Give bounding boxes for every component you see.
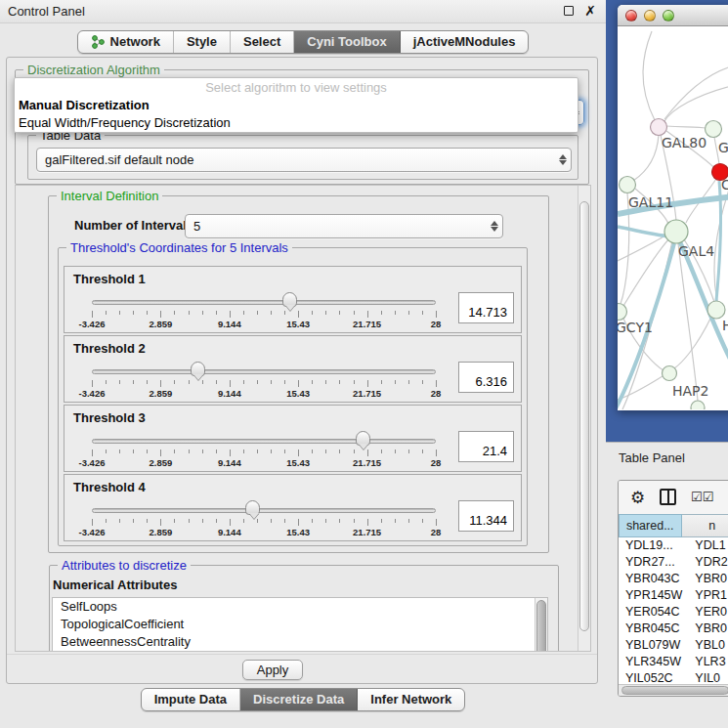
table-cell[interactable]: YDR2: [686, 554, 728, 571]
table-cell[interactable]: YDL19...: [619, 537, 686, 554]
tab-cyni-toolbox[interactable]: Cyni Toolbox: [294, 31, 400, 53]
network-edge[interactable]: [633, 135, 659, 181]
table-cell[interactable]: YDL1: [686, 537, 728, 554]
attributes-list-scrollbar[interactable]: [535, 598, 547, 652]
gear-icon[interactable]: ⚙: [630, 488, 645, 508]
tab-discretize-data[interactable]: Discretize Data: [240, 689, 358, 710]
apply-row: Apply: [7, 654, 597, 685]
scrollbar-thumb[interactable]: [536, 600, 546, 652]
table-cell[interactable]: YBR0: [686, 571, 728, 587]
network-graph[interactable]: GAL80GCGAL11GAL4GCY1HHAP2: [618, 26, 728, 409]
table-row[interactable]: YLR345WYLR3: [619, 654, 728, 670]
network-edge[interactable]: [678, 243, 698, 401]
tab-select[interactable]: Select: [231, 31, 294, 53]
tab-infer-network[interactable]: Infer Network: [358, 689, 464, 710]
threshold-panel: Threshold 4-3.4262.8599.14415.4321.71528: [64, 474, 522, 541]
threshold-slider[interactable]: -3.4262.8599.14415.4321.71528: [92, 433, 436, 470]
network-edge[interactable]: [643, 31, 655, 120]
table-cell[interactable]: YER0: [686, 604, 728, 621]
threshold-slider[interactable]: -3.4262.8599.14415.4321.71528: [92, 364, 436, 401]
network-edge[interactable]: [623, 236, 671, 306]
table-cell[interactable]: YLR345W: [619, 654, 686, 670]
close-traffic-light-icon[interactable]: [625, 10, 637, 21]
scrollbar-thumb[interactable]: [579, 201, 589, 631]
network-node-gal11[interactable]: [620, 177, 636, 193]
network-node-g[interactable]: [706, 121, 722, 138]
threshold-value-field[interactable]: [458, 500, 514, 532]
table-data-combobox[interactable]: galFiltered.sif default node: [36, 148, 572, 172]
attribute-list-item[interactable]: BetweennessCentrality: [53, 633, 547, 651]
network-edge[interactable]: [618, 234, 668, 261]
table-row[interactable]: YPR145WYPR1: [619, 587, 728, 604]
table-cell[interactable]: YLR3: [686, 654, 728, 670]
algorithm-option[interactable]: Manual Discretization: [15, 97, 578, 114]
slider-handle[interactable]: [356, 431, 370, 446]
table-row[interactable]: YBR043CYBR0: [619, 571, 728, 587]
attribute-list-item[interactable]: SelfLoops: [53, 598, 547, 616]
close-icon[interactable]: ✗: [584, 5, 596, 17]
slider-track[interactable]: [92, 300, 436, 305]
table-row[interactable]: YDR27...YDR2: [619, 554, 728, 571]
table-row[interactable]: YBL079WYBL0: [619, 637, 728, 654]
attributes-group: Attributes to discretize Numerical Attri…: [49, 565, 559, 652]
threshold-label: Threshold 3: [73, 410, 146, 425]
zoom-traffic-light-icon[interactable]: [663, 10, 674, 21]
table-column-header[interactable]: n: [682, 514, 728, 537]
network-edge[interactable]: [664, 85, 728, 121]
table-cell[interactable]: YPR1: [686, 587, 728, 604]
dropdown-prompt: Select algorithm to view settings: [15, 79, 578, 97]
tab-impute-data[interactable]: Impute Data: [142, 689, 240, 710]
tab-network[interactable]: Network: [78, 31, 174, 53]
number-of-intervals-combobox[interactable]: 5: [185, 214, 503, 238]
numerical-attributes-list[interactable]: SelfLoopsTopologicalCoefficientBetweenne…: [52, 597, 548, 652]
table-row[interactable]: YDL19...YDL1: [619, 537, 728, 554]
network-node[interactable]: [691, 401, 705, 409]
table-horizontal-scrollbar[interactable]: [619, 684, 728, 696]
table-cell[interactable]: YPR145W: [619, 587, 686, 604]
network-node-gcy1[interactable]: [618, 304, 627, 321]
slider-handle[interactable]: [191, 362, 205, 376]
threshold-value-field[interactable]: [458, 431, 514, 462]
table-cell[interactable]: YDR27...: [619, 554, 686, 571]
table-cell[interactable]: YBR0: [686, 621, 728, 637]
network-view-window[interactable]: GAL80GCGAL11GAL4GCY1HHAP2: [618, 5, 728, 410]
table-cell[interactable]: YBL079W: [619, 637, 686, 654]
tab-style[interactable]: Style: [174, 31, 231, 53]
panel-title: Control Panel: [8, 4, 85, 19]
settings-scrollbar[interactable]: [578, 186, 590, 651]
scrollbar-thumb[interactable]: [621, 686, 728, 695]
network-canvas[interactable]: GAL80GCGAL11GAL4GCY1HHAP2: [618, 26, 728, 409]
table-cell[interactable]: YER054C: [619, 604, 686, 621]
slider-track[interactable]: [92, 439, 436, 444]
threshold-slider[interactable]: -3.4262.8599.14415.4321.71528: [92, 294, 436, 331]
minimize-traffic-light-icon[interactable]: [644, 10, 656, 21]
float-window-icon[interactable]: [564, 6, 574, 16]
threshold-value-field[interactable]: [458, 362, 514, 393]
network-node-gal4[interactable]: [664, 220, 688, 243]
slider-track[interactable]: [92, 508, 436, 513]
table-cell[interactable]: YBL0: [686, 637, 728, 654]
table-row[interactable]: YBR045CYBR0: [619, 621, 728, 637]
slider-handle[interactable]: [245, 500, 260, 515]
discretization-algorithm-title: Discretization Algorithm: [23, 63, 164, 77]
attribute-list-item[interactable]: TopologicalCoefficient: [53, 616, 547, 633]
network-node-hap2[interactable]: [663, 366, 677, 381]
network-edge[interactable]: [666, 126, 706, 128]
network-node-gal80[interactable]: [651, 119, 667, 136]
table-cell[interactable]: YBR043C: [619, 571, 686, 587]
apply-button[interactable]: Apply: [242, 660, 303, 680]
table-row[interactable]: YER054CYER0: [619, 604, 728, 621]
table-column-header[interactable]: shared...: [619, 514, 682, 537]
slider-track[interactable]: [92, 369, 436, 374]
slider-handle[interactable]: [282, 292, 297, 307]
network-window-titlebar[interactable]: [618, 5, 728, 26]
network-node-h[interactable]: [707, 301, 725, 319]
algorithm-option[interactable]: Equal Width/Frequency Discretization: [15, 114, 578, 132]
threshold-slider[interactable]: -3.4262.8599.14415.4321.71528: [92, 502, 436, 539]
select-checkboxes-icon[interactable]: ☑☑: [691, 490, 713, 504]
column-layout-icon[interactable]: [660, 489, 676, 505]
table-cell[interactable]: YBR045C: [619, 621, 686, 637]
settings-scrollpane: Interval Definition Number of Intervals …: [15, 185, 591, 652]
tab-jactivemnodules[interactable]: jActiveMNodules: [401, 31, 529, 53]
threshold-value-field[interactable]: [458, 292, 514, 323]
